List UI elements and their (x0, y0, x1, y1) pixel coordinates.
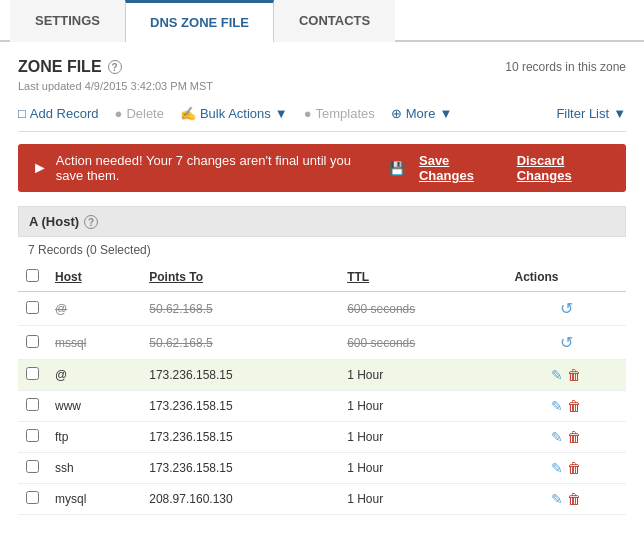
delete-icon[interactable]: 🗑 (567, 491, 581, 507)
actions-cell: ✎🗑 (507, 484, 626, 515)
bulk-actions-button[interactable]: ✍ Bulk Actions ▼ (180, 106, 288, 121)
host-cell: www (47, 391, 141, 422)
edit-icon[interactable]: ✎ (551, 491, 563, 507)
host-cell: mysql (47, 484, 141, 515)
actions-cell: ✎🗑 (507, 391, 626, 422)
table-header-row: Host Points To TTL Actions (18, 263, 626, 292)
table-row: @50.62.168.5600 seconds↺ (18, 292, 626, 326)
host-cell: @ (47, 292, 141, 326)
actions-cell: ↺ (507, 326, 626, 360)
table-row: www173.236.158.151 Hour✎🗑 (18, 391, 626, 422)
section-title: A (Host) (29, 214, 79, 229)
select-all-checkbox-header[interactable] (18, 263, 47, 292)
alert-message: Action needed! Your 7 changes aren't fin… (56, 153, 381, 183)
tab-contacts[interactable]: CONTACTS (274, 0, 395, 42)
row-checkbox[interactable] (26, 460, 39, 473)
delete-icon[interactable]: 🗑 (567, 398, 581, 414)
host-cell: ftp (47, 422, 141, 453)
actions-cell: ✎🗑 (507, 453, 626, 484)
edit-icon[interactable]: ✎ (551, 367, 563, 383)
discard-changes-link[interactable]: Discard Changes (517, 153, 612, 183)
actions-cell: ✎🗑 (507, 422, 626, 453)
ttl-cell: 1 Hour (339, 453, 506, 484)
points-to-cell: 208.97.160.130 (141, 484, 339, 515)
filter-list-button[interactable]: Filter List ▼ (556, 106, 626, 121)
alert-banner: ► Action needed! Your 7 changes aren't f… (18, 144, 626, 192)
records-count: 10 records in this zone (505, 60, 626, 74)
actions-cell: ✎🗑 (507, 360, 626, 391)
toolbar: □ Add Record ● Delete ✍ Bulk Actions ▼ ●… (18, 106, 626, 121)
filter-list-chevron-icon: ▼ (613, 106, 626, 121)
records-selected: 7 Records (0 Selected) (28, 243, 616, 257)
delete-icon: ● (115, 106, 123, 121)
delete-button[interactable]: ● Delete (115, 106, 164, 121)
more-icon: ⊕ (391, 106, 402, 121)
row-checkbox[interactable] (26, 301, 39, 314)
section-info-icon[interactable]: ? (84, 215, 98, 229)
ttl-column-header[interactable]: TTL (339, 263, 506, 292)
bulk-actions-chevron-icon: ▼ (275, 106, 288, 121)
table-row: mysql208.97.160.1301 Hour✎🗑 (18, 484, 626, 515)
save-icon: 💾 (389, 161, 405, 176)
undo-icon[interactable]: ↺ (560, 300, 573, 317)
host-column-header[interactable]: Host (47, 263, 141, 292)
more-chevron-icon: ▼ (439, 106, 452, 121)
row-checkbox[interactable] (26, 398, 39, 411)
dns-records-table: Host Points To TTL Actions @50.62.168.56… (18, 263, 626, 515)
templates-icon: ● (304, 106, 312, 121)
tab-bar: SETTINGSDNS ZONE FILECONTACTS (0, 0, 644, 42)
bulk-actions-icon: ✍ (180, 106, 196, 121)
actions-column-header: Actions (507, 263, 626, 292)
alert-icon: ► (32, 159, 48, 177)
tab-dns-zone-file[interactable]: DNS ZONE FILE (125, 0, 274, 42)
row-checkbox[interactable] (26, 429, 39, 442)
ttl-cell: 600 seconds (339, 326, 506, 360)
ttl-cell: 1 Hour (339, 484, 506, 515)
delete-icon[interactable]: 🗑 (567, 367, 581, 383)
add-record-button[interactable]: □ Add Record (18, 106, 99, 121)
more-button[interactable]: ⊕ More ▼ (391, 106, 453, 121)
zone-info-icon[interactable]: ? (108, 60, 122, 74)
add-record-icon: □ (18, 106, 26, 121)
actions-cell: ↺ (507, 292, 626, 326)
toolbar-divider (18, 131, 626, 132)
edit-icon[interactable]: ✎ (551, 429, 563, 445)
row-checkbox[interactable] (26, 367, 39, 380)
last-updated: Last updated 4/9/2015 3:42:03 PM MST (18, 80, 626, 92)
templates-button[interactable]: ● Templates (304, 106, 375, 121)
table-row: @173.236.158.151 Hour✎🗑 (18, 360, 626, 391)
ttl-cell: 1 Hour (339, 391, 506, 422)
row-checkbox[interactable] (26, 491, 39, 504)
points-to-cell: 173.236.158.15 (141, 453, 339, 484)
edit-icon[interactable]: ✎ (551, 398, 563, 414)
delete-icon[interactable]: 🗑 (567, 429, 581, 445)
ttl-cell: 1 Hour (339, 422, 506, 453)
undo-icon[interactable]: ↺ (560, 334, 573, 351)
points-to-cell: 173.236.158.15 (141, 391, 339, 422)
delete-icon[interactable]: 🗑 (567, 460, 581, 476)
table-row: mssql50.62.168.5600 seconds↺ (18, 326, 626, 360)
tab-settings[interactable]: SETTINGS (10, 0, 125, 42)
points-to-cell: 50.62.168.5 (141, 292, 339, 326)
host-cell: mssql (47, 326, 141, 360)
row-checkbox[interactable] (26, 335, 39, 348)
points-to-cell: 173.236.158.15 (141, 360, 339, 391)
ttl-cell: 1 Hour (339, 360, 506, 391)
table-row: ssh173.236.158.151 Hour✎🗑 (18, 453, 626, 484)
points-to-cell: 50.62.168.5 (141, 326, 339, 360)
table-row: ftp173.236.158.151 Hour✎🗑 (18, 422, 626, 453)
page-title: ZONE FILE (18, 58, 102, 76)
points-to-column-header[interactable]: Points To (141, 263, 339, 292)
host-cell: @ (47, 360, 141, 391)
zone-header: ZONE FILE ? 10 records in this zone (18, 58, 626, 76)
section-header: A (Host) ? (18, 206, 626, 237)
edit-icon[interactable]: ✎ (551, 460, 563, 476)
points-to-cell: 173.236.158.15 (141, 422, 339, 453)
select-all-checkbox[interactable] (26, 269, 39, 282)
save-changes-link[interactable]: Save Changes (419, 153, 499, 183)
host-cell: ssh (47, 453, 141, 484)
ttl-cell: 600 seconds (339, 292, 506, 326)
